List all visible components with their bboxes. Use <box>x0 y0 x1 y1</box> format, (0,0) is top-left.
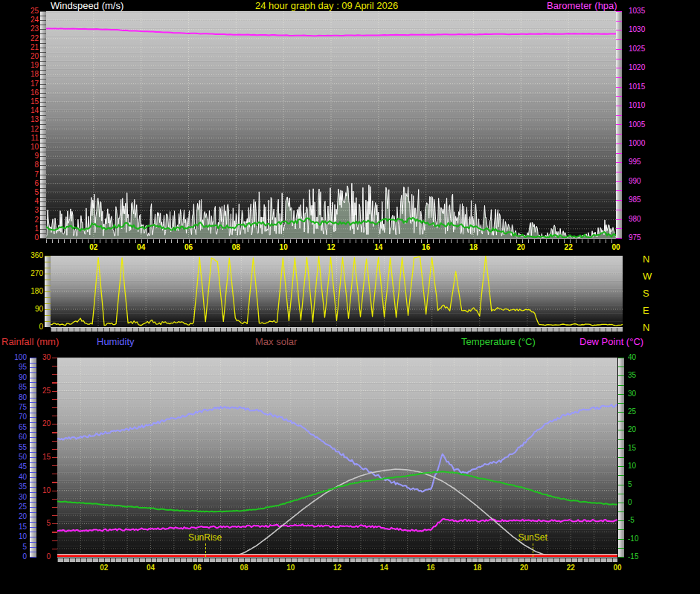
tick-label: 1005 <box>629 121 654 129</box>
sunset-label: SunSet <box>518 532 547 543</box>
tick-label: 20 <box>6 513 27 520</box>
tick-label: 55 <box>6 444 27 451</box>
hour-label: 02 <box>89 244 97 251</box>
tick-label: 1015 <box>629 83 654 91</box>
tick-label: 80 <box>6 394 27 401</box>
rainfall-axis-ticks <box>52 358 57 557</box>
tick-label: 980 <box>629 216 654 223</box>
tick-label: 995 <box>629 158 654 166</box>
tick-label: 17 <box>19 80 39 88</box>
tick-label: 10 <box>6 533 27 540</box>
hour-label: 04 <box>147 564 155 572</box>
tick-label: 40 <box>6 474 27 481</box>
hour-label: 22 <box>565 244 573 251</box>
weather-24h-graph-screen: Windspeed (m/s) 24 hour graph day : 09 A… <box>0 0 700 594</box>
tick-label: 23 <box>19 25 39 33</box>
tick-label: 990 <box>629 178 654 185</box>
tick-label: 30 <box>6 494 27 501</box>
tick-label: 95 <box>6 364 27 371</box>
tick-label: 0 <box>31 553 51 561</box>
hour-label: 08 <box>240 564 248 572</box>
tick-label: 3 <box>19 207 39 214</box>
hour-label: 12 <box>333 564 341 572</box>
hour-label: 00 <box>613 564 621 572</box>
tick-label: 7 <box>19 171 39 178</box>
hour-label: 14 <box>380 564 388 572</box>
hour-label: 18 <box>469 244 478 251</box>
barometer-axis-ruler <box>616 11 622 239</box>
sunrise-label: SunRise <box>188 532 222 543</box>
hour-label: 10 <box>286 564 295 572</box>
hour-label: 22 <box>567 564 575 572</box>
temperature-axis-ruler <box>618 358 624 558</box>
tick-label: 15 <box>6 523 27 531</box>
tick-label: 20 <box>628 426 650 433</box>
tick-label: 16 <box>19 89 39 97</box>
tick-label: 65 <box>6 424 27 431</box>
tick-label: 30 <box>628 390 650 398</box>
tick-label: 975 <box>629 234 654 242</box>
hour-label: 16 <box>422 244 430 251</box>
tick-label: 14 <box>19 107 39 114</box>
tick-label: 15 <box>19 98 39 106</box>
windspeed-barometer-plot <box>46 11 616 239</box>
tick-label: 180 <box>21 288 43 295</box>
tick-label: 90 <box>21 306 43 313</box>
tick-label: 985 <box>629 196 654 204</box>
tick-label: 25 <box>6 503 27 511</box>
tick-label: 25 <box>628 408 650 416</box>
tick-label: 5 <box>6 543 27 551</box>
hour-label: 06 <box>193 564 202 572</box>
tick-label: 70 <box>6 413 27 421</box>
tick-label: 50 <box>6 453 27 461</box>
tick-label: 12 <box>19 126 39 133</box>
hour-label: 04 <box>137 244 145 251</box>
tick-label: 45 <box>6 463 27 471</box>
legend-humidity: Humidity <box>97 336 135 347</box>
hour-label: 06 <box>184 244 193 251</box>
tick-label: 90 <box>6 374 27 381</box>
tick-label: 1035 <box>629 7 654 15</box>
tick-label: 21 <box>19 44 39 51</box>
legend-rainfall: Rainfall (mm) <box>1 336 59 347</box>
hour-label: 14 <box>374 244 382 251</box>
tick-label: 18 <box>19 71 39 78</box>
tick-label: 25 <box>31 387 51 395</box>
hour-label: 20 <box>520 564 528 572</box>
tick-label: 20 <box>19 53 39 60</box>
tick-label: 6 <box>19 180 39 187</box>
tick-label: 19 <box>19 62 39 69</box>
barometer-axis-title: Barometer (hpa) <box>547 1 617 11</box>
graph-title: 24 hour graph day : 09 April 2026 <box>255 1 398 11</box>
tick-label: -10 <box>628 535 650 543</box>
tick-label: 1000 <box>629 140 654 147</box>
sunrise-marker <box>205 543 206 557</box>
climate-plot <box>57 358 617 558</box>
legend-max-solar: Max solar <box>255 336 297 347</box>
hour-label: 00 <box>611 244 620 251</box>
windspeed-axis-ruler <box>40 11 46 239</box>
tick-label: 1010 <box>629 102 654 109</box>
sunset-marker <box>533 543 533 557</box>
bottom-x-axis-ruler <box>57 558 617 562</box>
tick-label: 270 <box>21 270 43 277</box>
tick-label: 0 <box>21 323 43 331</box>
legend-temperature: Temperature (°C) <box>461 336 536 347</box>
tick-label: 24 <box>19 16 39 24</box>
tick-label: 1 <box>19 225 39 233</box>
compass-label: N <box>643 254 649 265</box>
tick-label: 0 <box>6 553 27 561</box>
tick-label: 1030 <box>629 26 654 33</box>
tick-label: 10 <box>628 462 650 470</box>
tick-label: 5 <box>19 189 39 196</box>
tick-label: 22 <box>19 35 39 42</box>
compass-label: N <box>643 322 649 333</box>
wind-direction-axis-ruler <box>45 256 51 327</box>
wind-direction-plot <box>51 256 623 328</box>
hour-label: 10 <box>280 244 288 251</box>
tick-label: 0 <box>19 234 39 242</box>
hour-label: 20 <box>517 244 525 251</box>
tick-label: 15 <box>31 453 51 461</box>
tick-label: 9 <box>19 152 39 160</box>
tick-label: 100 <box>6 354 27 361</box>
